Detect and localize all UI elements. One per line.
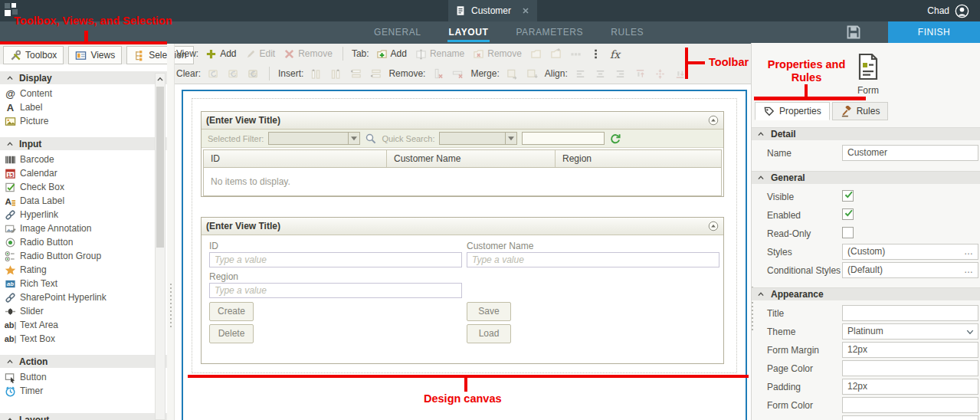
save-button[interactable]: Save (467, 302, 511, 321)
save-icon[interactable] (846, 25, 861, 40)
collapse-arrow-icon[interactable] (708, 221, 719, 231)
toolbox-item-data-label[interactable]: AData Label (0, 194, 167, 208)
table-column-id[interactable]: ID (204, 150, 387, 167)
remove-button: Remove (282, 47, 334, 61)
toolbox-item-text-area[interactable]: ab|Text Area (0, 318, 167, 332)
section-header-input[interactable]: Input (0, 137, 167, 150)
add-button[interactable]: Add (204, 47, 238, 61)
toolbox-item-button[interactable]: Button (0, 370, 167, 384)
sidebar-divider[interactable] (167, 44, 175, 420)
scrollbar-up-icon[interactable] (156, 74, 164, 84)
collapse-chevron-icon (6, 358, 14, 366)
collapse-arrow-icon[interactable] (708, 115, 719, 126)
padding-field[interactable]: 12px (842, 379, 978, 395)
customer-name-field[interactable]: Type a value (467, 252, 719, 267)
region-field[interactable]: Type a value (209, 283, 462, 298)
filter-dropdown[interactable] (268, 132, 360, 145)
checkbox-read-only[interactable] (842, 227, 854, 238)
table-empty-message: No items to display. (204, 167, 721, 195)
tab-rules[interactable]: RULES (611, 21, 644, 44)
close-icon[interactable] (521, 6, 530, 15)
section-header-display[interactable]: Display (0, 71, 167, 84)
kebab-button[interactable] (588, 47, 603, 61)
hyperlink-icon (5, 209, 16, 221)
quick-search-input[interactable] (522, 132, 605, 145)
divider-grip[interactable] (170, 284, 172, 330)
insert-row-above-icon (350, 68, 362, 80)
styles-field[interactable]: (Custom)… (842, 244, 978, 260)
toolbox-item-rating[interactable]: Rating (0, 263, 167, 277)
form-object[interactable]: Form (847, 53, 890, 96)
scrollbar-thumb[interactable] (156, 87, 164, 248)
finish-button[interactable]: FINISH (888, 21, 980, 44)
item-view[interactable]: (Enter View Title) ID Type a value Custo… (201, 217, 724, 364)
prop-section-header-appearance[interactable]: Appearance (752, 287, 980, 300)
prop-label: Enabled (767, 210, 801, 221)
prop-section-header-general[interactable]: General (752, 171, 980, 184)
user-menu[interactable]: Chad (927, 0, 969, 21)
merge-cells-down-icon (526, 68, 538, 80)
tab-properties[interactable]: Properties (755, 102, 830, 120)
name-field[interactable]: Customer (842, 145, 978, 161)
panel-tab-toolbox[interactable]: Toolbox (3, 46, 64, 64)
section-header-action[interactable]: Action (0, 355, 167, 368)
toolbox-item-slider[interactable]: Slider (0, 304, 167, 318)
page-color-field[interactable] (842, 360, 978, 376)
tab-move-left-icon (530, 48, 542, 60)
load-button[interactable]: Load (467, 324, 511, 343)
search-icon[interactable] (365, 133, 377, 145)
id-field[interactable]: Type a value (209, 252, 462, 267)
list-view[interactable]: (Enter View Title) Selected Filter: Quic… (201, 111, 724, 197)
title-field[interactable] (842, 305, 978, 321)
toolbox-item-sharepoint-hyperlink[interactable]: SharePoint Hyperlink (0, 290, 167, 304)
toolbox-item-barcode[interactable]: Barcode (0, 153, 167, 166)
document-tab-customer[interactable]: Customer (448, 0, 537, 21)
toolbar-separator (269, 67, 270, 80)
toolbox-item-radio-button-group[interactable]: Radio Button Group (0, 249, 167, 263)
sidebar-scrollbar[interactable] (155, 73, 166, 420)
table-column-customer-name[interactable]: Customer Name (387, 150, 556, 167)
form-margin-field[interactable]: 12px (842, 342, 978, 358)
toolbox-item-content[interactable]: @Content (0, 87, 167, 100)
toolbox-item-hyperlink[interactable]: Hyperlink (0, 208, 167, 221)
prop-label: Padding (767, 382, 801, 392)
tab-general[interactable]: GENERAL (374, 21, 421, 44)
tab-layout[interactable]: LAYOUT (449, 21, 489, 44)
section-header-layout[interactable]: Layout (0, 413, 167, 420)
panel-tab-views[interactable]: Views (68, 46, 122, 64)
conditional-styles-field[interactable]: (Default)… (842, 262, 978, 278)
fx-button[interactable]: fx (608, 47, 623, 61)
toolbox-item-label: Rating (20, 264, 47, 275)
form-color-field[interactable] (842, 397, 978, 413)
toolbox-item-check-box[interactable]: Check Box (0, 180, 167, 194)
form-object-label: Form (847, 85, 890, 96)
prop-row-form-margin: Form Margin12px (752, 341, 980, 359)
toolbox-item-text-box[interactable]: ab|Text Box (0, 332, 167, 346)
checkbox-visible[interactable] (842, 190, 854, 202)
view-title: (Enter View Title) (206, 221, 708, 231)
toolbox-item-calendar[interactable]: 15Calendar (0, 166, 167, 180)
table-header-row: IDCustomer NameRegion (204, 150, 721, 167)
checkbox-enabled[interactable] (842, 208, 854, 220)
toolbox-item-radio-button[interactable]: Radio Button (0, 235, 167, 249)
annotation-underline (754, 97, 866, 100)
toolbox-item-timer[interactable]: Timer (0, 384, 167, 398)
tab-parameters[interactable]: PARAMETERS (516, 21, 583, 44)
refresh-icon[interactable] (609, 133, 621, 145)
theme-field[interactable]: Platinum (842, 323, 978, 340)
tab-rules[interactable]: Rules (832, 102, 889, 120)
toolbox-item-rich-text[interactable]: abRich Text (0, 277, 167, 290)
toolbox-item-label[interactable]: ALabel (0, 100, 167, 114)
delete-button[interactable]: Delete (209, 324, 254, 343)
prop-section-header-detail[interactable]: Detail (752, 127, 980, 140)
add-button[interactable]: Add (375, 47, 408, 61)
ellipsis-button[interactable]: … (964, 263, 974, 277)
quick-search-dropdown[interactable] (439, 132, 517, 145)
table-column-region[interactable]: Region (556, 150, 721, 167)
toolbox-item-picture[interactable]: Picture (0, 114, 167, 128)
create-button[interactable]: Create (209, 302, 254, 321)
section-title: Display (19, 73, 52, 84)
width-field[interactable] (842, 415, 978, 420)
toolbox-item-image-annotation[interactable]: Image Annotation (0, 221, 167, 235)
ellipsis-button[interactable]: … (964, 244, 974, 259)
